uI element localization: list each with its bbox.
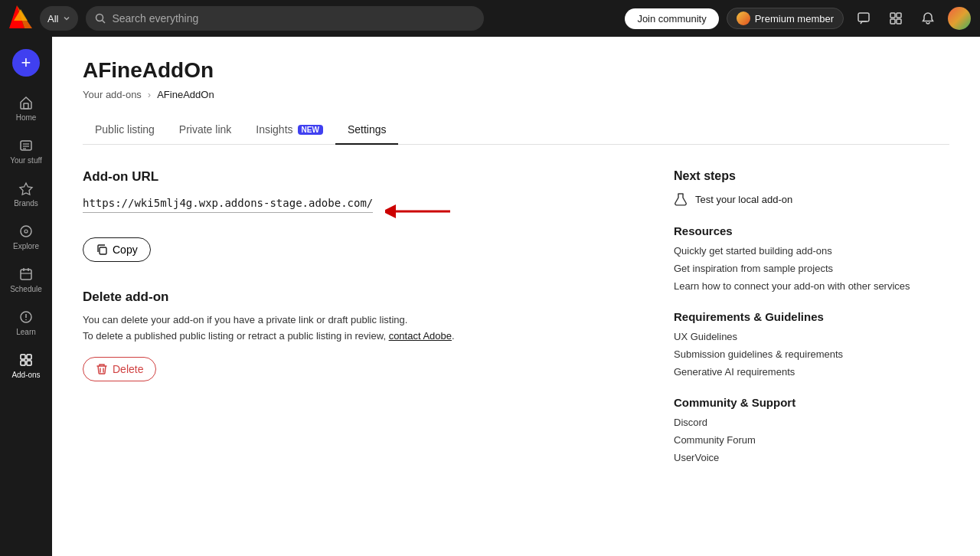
guidelines-section: Requirements & Guidelines UX Guidelines … xyxy=(674,310,949,378)
copy-button[interactable]: Copy xyxy=(83,237,151,262)
premium-member-button[interactable]: Premium member xyxy=(727,8,844,29)
explore-icon xyxy=(18,224,34,239)
breadcrumb-link[interactable]: Your add-ons xyxy=(83,89,142,100)
contact-adobe-link[interactable]: contact Adobe xyxy=(389,330,452,342)
addon-url-title: Add-on URL xyxy=(83,169,628,185)
addons-icon xyxy=(18,352,34,368)
join-community-button[interactable]: Join community xyxy=(625,8,718,29)
tab-private-link[interactable]: Private link xyxy=(167,116,243,145)
resource-link-2[interactable]: Learn how to connect your add-on with ot… xyxy=(674,280,949,292)
learn-icon xyxy=(18,309,34,325)
svg-rect-27 xyxy=(27,361,31,365)
main-content: AFineAddOn Your add-ons › AFineAddOn Pub… xyxy=(52,37,980,556)
svg-point-16 xyxy=(24,230,28,233)
svg-rect-7 xyxy=(897,13,901,18)
chevron-down-icon xyxy=(63,15,70,22)
topbar-right: Join community Premium member xyxy=(625,6,971,31)
home-icon xyxy=(18,95,34,110)
sidebar-item-add-ons[interactable]: Add-ons xyxy=(3,346,49,386)
community-link-2[interactable]: UserVoice xyxy=(674,452,949,463)
delete-title: Delete add-on xyxy=(83,289,628,305)
chat-icon-button[interactable] xyxy=(851,6,876,31)
community-section: Community & Support Discord Community Fo… xyxy=(674,396,949,463)
svg-rect-5 xyxy=(858,13,869,21)
next-steps-section: Next steps Test your local add-on xyxy=(674,169,949,206)
trash-icon xyxy=(96,363,108,375)
next-steps-title: Next steps xyxy=(674,169,949,183)
brands-icon xyxy=(18,181,34,196)
delete-description: You can delete your add-on if you have a… xyxy=(83,312,628,345)
resource-link-1[interactable]: Get inspiration from sample projects xyxy=(674,263,949,274)
sidebar-item-schedule[interactable]: Schedule xyxy=(3,260,49,300)
tab-insights[interactable]: Insights NEW xyxy=(243,116,335,145)
sidebar: + Home Your stuff Brands xyxy=(0,37,52,556)
sidebar-item-home[interactable]: Home xyxy=(3,89,49,129)
next-step-item-test: Test your local add-on xyxy=(674,192,949,206)
avatar[interactable] xyxy=(948,7,971,30)
svg-rect-10 xyxy=(24,103,28,109)
sidebar-item-explore[interactable]: Explore xyxy=(3,217,49,257)
svg-rect-26 xyxy=(21,361,25,365)
svg-rect-29 xyxy=(100,247,106,254)
content-grid: Add-on URL https://wki5mlj4g.wxp.addons-… xyxy=(83,169,949,469)
page-title: AFineAddOn xyxy=(83,58,949,83)
addon-url-section: Add-on URL https://wki5mlj4g.wxp.addons-… xyxy=(83,169,628,262)
svg-line-4 xyxy=(103,21,106,24)
svg-rect-24 xyxy=(21,355,25,359)
adobe-logo[interactable] xyxy=(9,5,32,31)
topbar: All Join community Premium member xyxy=(0,0,980,37)
flask-icon xyxy=(674,192,688,206)
bell-icon xyxy=(921,11,935,25)
svg-point-15 xyxy=(21,226,31,237)
apps-icon-button[interactable] xyxy=(884,6,908,31)
schedule-icon xyxy=(18,267,34,282)
guidelines-title: Requirements & Guidelines xyxy=(674,310,949,323)
sidebar-item-brands[interactable]: Brands xyxy=(3,175,49,214)
svg-rect-17 xyxy=(21,270,31,280)
tab-settings[interactable]: Settings xyxy=(335,116,399,145)
sidebar-item-learn[interactable]: Learn xyxy=(3,303,49,343)
search-input[interactable] xyxy=(112,12,475,25)
copy-icon xyxy=(96,244,108,256)
svg-point-23 xyxy=(25,319,27,321)
premium-icon xyxy=(737,11,750,25)
notifications-icon-button[interactable] xyxy=(916,6,940,31)
delete-section: Delete add-on You can delete your add-on… xyxy=(83,289,628,381)
tabs: Public listing Private link Insights NEW… xyxy=(83,116,949,145)
insights-badge: NEW xyxy=(298,125,323,135)
addon-url-value: https://wki5mlj4g.wxp.addons-stage.adobe… xyxy=(83,197,373,213)
resource-link-0[interactable]: Quickly get started building add-ons xyxy=(674,245,949,257)
resources-section: Resources Quickly get started building a… xyxy=(674,224,949,292)
community-link-0[interactable]: Discord xyxy=(674,417,949,428)
guideline-link-2[interactable]: Generative AI requirements xyxy=(674,366,949,378)
community-title: Community & Support xyxy=(674,396,949,409)
resources-title: Resources xyxy=(674,224,949,237)
sidebar-item-your-stuff[interactable]: Your stuff xyxy=(3,132,49,172)
community-link-1[interactable]: Community Forum xyxy=(674,434,949,446)
guideline-link-0[interactable]: UX Guidelines xyxy=(674,331,949,342)
right-column: Next steps Test your local add-on Resour… xyxy=(658,169,949,469)
delete-button[interactable]: Delete xyxy=(83,357,156,381)
your-stuff-icon xyxy=(18,138,34,153)
svg-point-3 xyxy=(96,15,103,21)
breadcrumb-separator: › xyxy=(148,89,151,100)
guideline-link-1[interactable]: Submission guidelines & requirements xyxy=(674,348,949,360)
tab-public-listing[interactable]: Public listing xyxy=(83,116,167,145)
svg-rect-6 xyxy=(890,13,895,18)
all-dropdown[interactable]: All xyxy=(40,6,78,31)
breadcrumb: Your add-ons › AFineAddOn xyxy=(83,89,949,100)
layout: + Home Your stuff Brands xyxy=(0,37,980,556)
svg-rect-9 xyxy=(897,19,901,24)
breadcrumb-current: AFineAddOn xyxy=(157,89,214,100)
chat-icon xyxy=(857,11,871,25)
svg-rect-25 xyxy=(27,355,31,359)
create-fab[interactable]: + xyxy=(12,49,40,77)
svg-rect-8 xyxy=(890,19,895,24)
search-icon xyxy=(95,13,106,24)
left-column: Add-on URL https://wki5mlj4g.wxp.addons-… xyxy=(83,169,628,469)
red-arrow-annotation xyxy=(385,204,454,219)
search-container xyxy=(86,6,484,31)
apps-icon xyxy=(889,11,903,25)
